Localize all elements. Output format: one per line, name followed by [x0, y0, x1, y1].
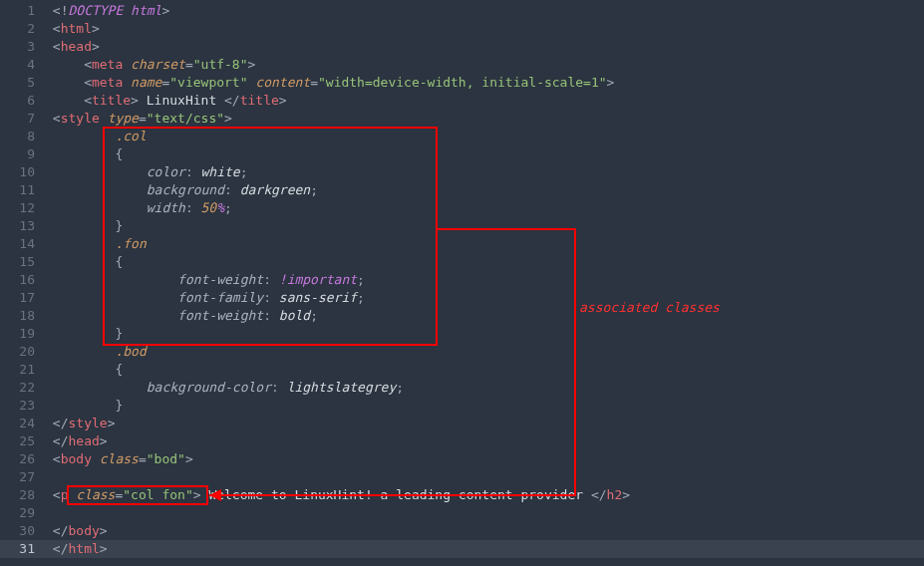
- code-line[interactable]: color: white;: [45, 163, 924, 181]
- line-number: 6: [0, 92, 45, 110]
- code-line[interactable]: }: [45, 325, 924, 343]
- code-line[interactable]: </html>: [45, 540, 924, 558]
- code-line[interactable]: .bod: [45, 343, 924, 361]
- line-number: 2: [0, 20, 45, 38]
- line-number: 30: [0, 522, 45, 540]
- code-line[interactable]: <style type="text/css">: [45, 110, 924, 128]
- code-line[interactable]: {: [45, 361, 924, 379]
- line-number: 8: [0, 128, 45, 145]
- line-number: 19: [0, 325, 45, 343]
- code-line[interactable]: background-color: lightslategrey;: [45, 379, 924, 397]
- line-number: 16: [0, 271, 45, 289]
- code-line[interactable]: <body class="bod">: [45, 450, 924, 468]
- code-line[interactable]: {: [45, 145, 924, 163]
- code-line[interactable]: </body>: [45, 522, 924, 540]
- line-number: 3: [0, 38, 45, 56]
- line-number: 25: [0, 432, 45, 450]
- code-editor[interactable]: 1 2 3 4 5 6 7 8 9 10 11 12 13 14 15 16 1…: [0, 0, 924, 566]
- line-number: 20: [0, 343, 45, 361]
- line-number: 10: [0, 163, 45, 181]
- code-line[interactable]: {: [45, 253, 924, 271]
- code-line[interactable]: font-weight: bold;: [45, 307, 924, 325]
- code-line[interactable]: <meta charset="utf-8">: [45, 56, 924, 74]
- line-number: 28: [0, 486, 45, 504]
- line-number: 21: [0, 361, 45, 379]
- line-number: 22: [0, 379, 45, 397]
- line-number: 14: [0, 235, 45, 253]
- code-line[interactable]: .fon: [45, 235, 924, 253]
- line-number: 9: [0, 145, 45, 163]
- code-line[interactable]: font-weight: !important;: [45, 271, 924, 289]
- line-number: 23: [0, 397, 45, 415]
- code-line[interactable]: }: [45, 397, 924, 415]
- code-line[interactable]: </style>: [45, 415, 924, 432]
- code-line[interactable]: </head>: [45, 432, 924, 450]
- line-number: 31: [0, 540, 45, 558]
- code-line[interactable]: <p class="col fon"> Welcome to LinuxHint…: [45, 486, 924, 504]
- line-number: 27: [0, 468, 45, 486]
- code-line[interactable]: font-family: sans-serif;: [45, 289, 924, 307]
- line-number: 11: [0, 181, 45, 199]
- code-line[interactable]: <html>: [45, 20, 924, 38]
- code-line[interactable]: <title> LinuxHint </title>: [45, 92, 924, 110]
- line-number: 5: [0, 74, 45, 92]
- line-number: 12: [0, 199, 45, 217]
- line-number: 24: [0, 415, 45, 432]
- line-number: 15: [0, 253, 45, 271]
- line-number: 13: [0, 217, 45, 235]
- code-line[interactable]: <meta name="viewport" content="width=dev…: [45, 74, 924, 92]
- line-number: 4: [0, 56, 45, 74]
- code-line[interactable]: }: [45, 217, 924, 235]
- line-number: 18: [0, 307, 45, 325]
- line-number: 26: [0, 450, 45, 468]
- code-line[interactable]: [45, 468, 924, 486]
- code-line[interactable]: <!DOCTYPE html>: [45, 2, 924, 20]
- line-number-gutter: 1 2 3 4 5 6 7 8 9 10 11 12 13 14 15 16 1…: [0, 0, 45, 566]
- line-number: 1: [0, 2, 45, 20]
- code-line[interactable]: [45, 504, 924, 522]
- line-number: 17: [0, 289, 45, 307]
- code-line[interactable]: <head>: [45, 38, 924, 56]
- code-line[interactable]: .col: [45, 128, 924, 145]
- code-line[interactable]: width: 50%;: [45, 199, 924, 217]
- code-area[interactable]: <!DOCTYPE html> <html> <head> <meta char…: [45, 0, 924, 566]
- code-line[interactable]: background: darkgreen;: [45, 181, 924, 199]
- line-number: 29: [0, 504, 45, 522]
- line-number: 7: [0, 110, 45, 128]
